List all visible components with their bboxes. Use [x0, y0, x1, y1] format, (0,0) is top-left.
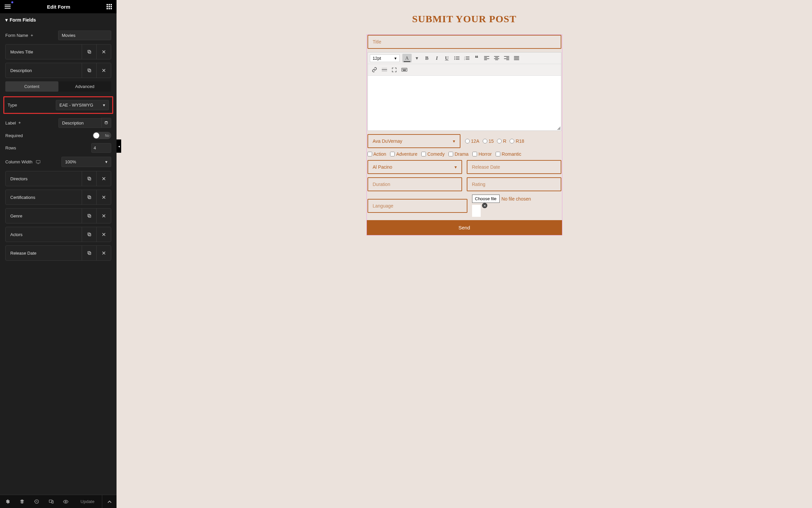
- column-width-select[interactable]: 100% ▾: [61, 157, 111, 167]
- history-icon[interactable]: [29, 495, 44, 508]
- svg-rect-47: [382, 68, 387, 69]
- settings-icon[interactable]: [0, 495, 14, 508]
- label-row: Label ✦: [5, 118, 111, 128]
- radio-r[interactable]: R: [497, 138, 506, 144]
- svg-rect-6: [88, 178, 91, 180]
- link-icon[interactable]: [370, 66, 379, 74]
- ai-sparkle-icon[interactable]: ✦: [18, 121, 21, 125]
- app-grid-icon[interactable]: [106, 4, 112, 9]
- close-icon[interactable]: ✕: [96, 171, 111, 186]
- menu-icon[interactable]: [5, 5, 11, 9]
- file-remove-icon[interactable]: ✕: [482, 203, 487, 208]
- rating-input[interactable]: [467, 177, 561, 191]
- choose-file-button[interactable]: Choose file: [472, 195, 500, 203]
- bottom-bar: Update: [0, 495, 117, 508]
- number-list-icon[interactable]: 123: [462, 54, 471, 62]
- field-item-certifications[interactable]: Certifications ✕: [5, 189, 111, 205]
- text-color-icon[interactable]: A: [402, 54, 412, 62]
- fullscreen-icon[interactable]: [390, 66, 399, 74]
- svg-rect-15: [88, 251, 90, 254]
- duplicate-icon[interactable]: [82, 63, 96, 78]
- close-icon[interactable]: ✕: [96, 44, 111, 59]
- field-item-directors[interactable]: Directors ✕: [5, 171, 111, 186]
- blockquote-icon[interactable]: ❝: [472, 54, 481, 62]
- field-item-actors[interactable]: Actors ✕: [5, 227, 111, 242]
- label-input[interactable]: [58, 118, 101, 128]
- svg-rect-49: [382, 71, 387, 72]
- field-item-release-date[interactable]: Release Date ✕: [5, 245, 111, 261]
- duration-input[interactable]: [367, 177, 462, 191]
- expand-up-icon[interactable]: [102, 495, 117, 508]
- required-toggle[interactable]: No: [93, 132, 111, 139]
- duplicate-icon[interactable]: [82, 209, 96, 223]
- duplicate-icon[interactable]: [82, 227, 96, 242]
- director-select[interactable]: Ava DuVernay ▾: [367, 134, 460, 148]
- bullet-list-icon[interactable]: [452, 54, 461, 62]
- close-icon[interactable]: ✕: [96, 63, 111, 78]
- send-button[interactable]: Send: [367, 220, 562, 235]
- rows-input[interactable]: [91, 143, 111, 153]
- title-input[interactable]: [367, 35, 561, 49]
- duplicate-icon[interactable]: [82, 171, 96, 186]
- svg-rect-13: [88, 233, 90, 235]
- align-justify-icon[interactable]: [512, 54, 521, 62]
- field-item-genre[interactable]: Genre ✕: [5, 208, 111, 223]
- svg-rect-9: [88, 196, 90, 198]
- tab-content[interactable]: Content: [5, 81, 58, 92]
- check-drama[interactable]: Drama: [449, 152, 468, 157]
- svg-rect-30: [466, 59, 469, 60]
- form-name-input[interactable]: [58, 31, 111, 40]
- svg-rect-48: [382, 70, 387, 70]
- close-icon[interactable]: ✕: [96, 209, 111, 223]
- field-item-label: Genre: [6, 213, 82, 218]
- desktop-icon[interactable]: [36, 160, 41, 164]
- check-horror[interactable]: Horror: [472, 152, 492, 157]
- preview-icon[interactable]: [58, 495, 73, 508]
- underline-icon[interactable]: U: [442, 54, 451, 62]
- type-select[interactable]: EAE - WYSIWYG ▾: [56, 100, 109, 110]
- editor-sidebar: Edit Form ▾ Form Fields Form Name ✦ Movi…: [0, 0, 117, 508]
- align-right-icon[interactable]: [502, 54, 511, 62]
- duplicate-icon[interactable]: [82, 44, 96, 59]
- check-comedy[interactable]: Comedy: [421, 152, 445, 157]
- field-item-description[interactable]: Description ✕: [5, 63, 111, 78]
- tab-advanced[interactable]: Advanced: [58, 81, 111, 92]
- align-center-icon[interactable]: [492, 54, 501, 62]
- bold-icon[interactable]: B: [422, 54, 432, 62]
- font-size-select[interactable]: 12pt ▾: [370, 54, 400, 62]
- responsive-icon[interactable]: [44, 495, 58, 508]
- dynamic-tag-icon[interactable]: [101, 118, 111, 128]
- duplicate-icon[interactable]: [82, 246, 96, 260]
- caret-down-icon[interactable]: ▾: [412, 54, 421, 62]
- required-row: Required No: [5, 132, 111, 139]
- ai-sparkle-icon[interactable]: ✦: [30, 33, 34, 38]
- type-row-highlight: Type EAE - WYSIWYG ▾: [3, 96, 113, 114]
- italic-icon[interactable]: I: [432, 54, 442, 62]
- release-date-input[interactable]: [467, 160, 561, 174]
- radio-12a[interactable]: 12A: [465, 138, 479, 144]
- radio-r18[interactable]: R18: [509, 138, 524, 144]
- radio-15[interactable]: 15: [483, 138, 494, 144]
- svg-rect-45: [514, 58, 519, 59]
- check-romantic[interactable]: Romantic: [496, 152, 521, 157]
- resize-handle[interactable]: [557, 127, 560, 130]
- close-icon[interactable]: ✕: [96, 227, 111, 242]
- field-item-movies-title[interactable]: Movies Title ✕: [5, 44, 111, 59]
- align-left-icon[interactable]: [482, 54, 491, 62]
- section-header[interactable]: ▾ Form Fields: [0, 13, 117, 27]
- wysiwyg-body[interactable]: [368, 76, 561, 130]
- language-input[interactable]: [367, 199, 467, 213]
- close-icon[interactable]: ✕: [96, 190, 111, 205]
- duplicate-icon[interactable]: [82, 190, 96, 205]
- close-icon[interactable]: ✕: [96, 246, 111, 260]
- svg-rect-37: [494, 58, 499, 59]
- check-adventure[interactable]: Adventure: [390, 152, 417, 157]
- check-action[interactable]: Action: [367, 152, 387, 157]
- field-item-label: Certifications: [6, 195, 82, 200]
- hr-icon[interactable]: [380, 66, 389, 74]
- collapse-panel-handle[interactable]: ◂: [117, 139, 121, 153]
- keyboard-icon[interactable]: [400, 66, 409, 74]
- navigator-icon[interactable]: [14, 495, 29, 508]
- update-button[interactable]: Update: [73, 499, 102, 504]
- actor-select[interactable]: Al Pacino ▾: [367, 160, 462, 174]
